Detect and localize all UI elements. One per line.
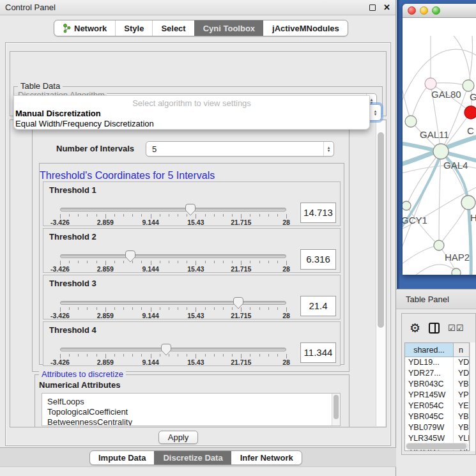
- numerical-attributes-list[interactable]: SelfLoopsTopologicalCoefficientBetweenne…: [42, 393, 341, 426]
- tab-discretize-data[interactable]: Discretize Data: [154, 451, 231, 464]
- slider-tick-labels: -3.4262.8599.14415.4321.71528: [60, 219, 286, 226]
- node-label: GAL11: [420, 129, 449, 140]
- algorithm-option-manual[interactable]: Manual Discretization: [14, 108, 369, 118]
- threshold-panel: Threshold 1 -3.4262.8599.14415.4321.7152…: [43, 181, 341, 226]
- node-gal11[interactable]: [405, 116, 417, 127]
- close-icon[interactable]: ✕: [383, 4, 390, 11]
- gear-icon[interactable]: ⚙: [410, 322, 420, 334]
- tab-label: Network: [74, 24, 107, 33]
- column-header-shared-name[interactable]: shared...: [405, 343, 454, 357]
- minimize-traffic-light[interactable]: [420, 6, 428, 15]
- cell-name[interactable]: YBR0: [454, 411, 469, 422]
- threshold-label: Threshold 3: [49, 279, 96, 288]
- table-panel-toolbar: ⚙ ☑☑: [402, 314, 475, 342]
- cell-name[interactable]: YBR0: [454, 379, 469, 390]
- network-view-frame: GAL80GACGAL11GAL4GCY1HHAP2: [397, 0, 476, 289]
- split-columns-icon[interactable]: [429, 323, 440, 334]
- tab-label: Discretize Data: [163, 453, 222, 463]
- threshold-value-field[interactable]: 11.344: [300, 342, 336, 363]
- table-panel: ⚙ ☑☑ shared... n YDL19...YDL1YDR27...YDR…: [401, 313, 476, 455]
- network-window-titlebar: [403, 4, 476, 18]
- table-header-row: shared... n: [405, 343, 469, 357]
- table-row[interactable]: YBR043CYBR0: [405, 379, 469, 390]
- node-bottom[interactable]: [452, 268, 461, 275]
- threshold-panel: Threshold 2 -3.4262.8599.14415.4321.7152…: [43, 228, 341, 273]
- attributes-group-title: Attributes to discretize: [39, 370, 126, 379]
- stepper-icon: ▴▾: [370, 105, 381, 120]
- threshold-value-field[interactable]: 6.316: [300, 249, 336, 270]
- apply-button[interactable]: Apply: [158, 431, 198, 444]
- cell-name[interactable]: YPR1: [454, 390, 469, 401]
- cell-name[interactable]: YBL0: [454, 422, 469, 433]
- tab-label: Select: [161, 24, 185, 33]
- threshold-panel: Threshold 4 -3.4262.8599.14415.4321.7152…: [43, 321, 341, 366]
- node-selected-red[interactable]: [464, 106, 476, 119]
- cell-shared-name[interactable]: YBL079W: [405, 422, 454, 433]
- tab-label: jActiveMNodules: [272, 24, 339, 33]
- cell-shared-name[interactable]: YER054C: [405, 401, 454, 411]
- threshold-slider[interactable]: [60, 348, 286, 351]
- cell-shared-name[interactable]: YDR27...: [405, 368, 454, 379]
- table-horizontal-scrollbar[interactable]: [406, 443, 468, 450]
- settings-vertical-scrollbar[interactable]: [376, 121, 385, 426]
- number-of-intervals-combo[interactable]: 5 ▴▾: [146, 141, 334, 157]
- table-row[interactable]: YDR27...YDR2: [405, 368, 469, 379]
- stepper-icon: ▴▾: [323, 142, 334, 156]
- float-window-icon[interactable]: [369, 4, 376, 11]
- threshold-label: Threshold 2: [49, 232, 96, 242]
- node-hap2[interactable]: [434, 240, 444, 250]
- threshold-slider[interactable]: [60, 208, 286, 211]
- threshold-slider[interactable]: [60, 254, 286, 258]
- tab-network[interactable]: Network: [54, 20, 115, 36]
- table-vertical-scrollbar[interactable]: [470, 342, 475, 451]
- threshold-label: Threshold 1: [49, 185, 96, 195]
- tab-infer-network[interactable]: Infer Network: [231, 451, 302, 464]
- tab-select[interactable]: Select: [152, 20, 194, 36]
- cell-shared-name[interactable]: YBR045C: [405, 411, 454, 422]
- attribute-item[interactable]: SelfLoops: [47, 397, 340, 407]
- node-gal4[interactable]: [433, 144, 449, 159]
- tab-style[interactable]: Style: [115, 20, 152, 36]
- cell-shared-name[interactable]: YPR145W: [405, 390, 454, 401]
- cell-name[interactable]: YDR2: [454, 368, 469, 379]
- cell-shared-name[interactable]: YBR043C: [405, 379, 454, 390]
- scrollbar-thumb[interactable]: [378, 132, 384, 328]
- threshold-value-field[interactable]: 14.713: [300, 203, 336, 223]
- table-row[interactable]: YBR045CYBR0: [405, 411, 469, 422]
- node-gcy1[interactable]: [403, 201, 411, 210]
- network-canvas[interactable]: GAL80GACGAL11GAL4GCY1HHAP2: [403, 18, 476, 275]
- tab-label: Cyni Toolbox: [203, 24, 255, 33]
- table-row[interactable]: YPR145WYPR1: [405, 390, 469, 401]
- network-icon: [63, 24, 71, 33]
- node-top-right[interactable]: [463, 80, 474, 91]
- cell-shared-name[interactable]: YDL19...: [405, 357, 454, 368]
- tab-jactivemnodules[interactable]: jActiveMNodules: [263, 20, 348, 36]
- control-panel: Control Panel ✕ NetworkStyleSelectCyni T…: [0, 0, 396, 476]
- threshold-slider[interactable]: [60, 301, 286, 305]
- attributes-scrollbar[interactable]: [332, 394, 340, 426]
- table-row[interactable]: YER054CYER0: [405, 401, 469, 411]
- attribute-item[interactable]: TopologicalCoefficient: [47, 407, 340, 417]
- slider-tick-labels: -3.4262.8599.14415.4321.71528: [60, 358, 286, 366]
- table-row[interactable]: YBL079WYBL0: [405, 422, 469, 433]
- attribute-item[interactable]: BetweennessCentrality: [47, 417, 340, 426]
- table-row[interactable]: YDL19...YDL1: [405, 357, 469, 368]
- algorithm-option-equal-width[interactable]: Equal Width/Frequency Discretization: [14, 118, 369, 128]
- network-window: GAL80GACGAL11GAL4GCY1HHAP2: [403, 4, 476, 275]
- zoom-traffic-light[interactable]: [432, 6, 440, 15]
- threshold-value-field[interactable]: 21.4: [300, 296, 336, 316]
- cell-name[interactable]: YDL1: [454, 357, 469, 368]
- node-right[interactable]: [461, 196, 475, 210]
- close-traffic-light[interactable]: [408, 6, 416, 15]
- column-header-name[interactable]: n: [454, 343, 469, 357]
- tab-cyni-toolbox[interactable]: Cyni Toolbox: [194, 20, 263, 36]
- tab-impute-data[interactable]: Impute Data: [90, 451, 154, 464]
- checked-box-icons[interactable]: ☑☑: [448, 323, 464, 333]
- discretize-data-pane: Discretization Algorithm ▴▾ Select algor…: [5, 42, 391, 446]
- attributes-group: Attributes to discretize Numerical Attri…: [35, 374, 349, 427]
- cell-name[interactable]: YER0: [454, 401, 469, 411]
- scrollbar-thumb[interactable]: [334, 395, 339, 419]
- scrollbar-thumb[interactable]: [406, 443, 466, 449]
- table-body: YDL19...YDL1YDR27...YDR2YBR043CYBR0YPR14…: [405, 357, 469, 451]
- node-gal80[interactable]: [425, 78, 436, 89]
